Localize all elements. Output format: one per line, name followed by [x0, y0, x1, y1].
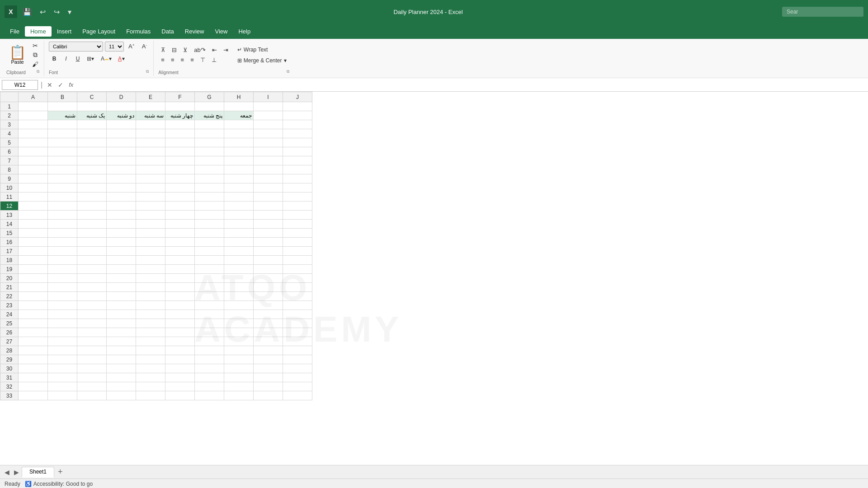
table-cell[interactable]	[254, 265, 283, 274]
table-cell[interactable]: چهار شنبه	[165, 111, 195, 120]
table-cell[interactable]	[283, 355, 312, 364]
table-cell[interactable]	[224, 174, 254, 183]
save-button[interactable]: 💾	[20, 7, 34, 17]
table-cell[interactable]	[48, 256, 77, 265]
table-cell[interactable]	[77, 274, 107, 283]
sheet-container[interactable]: A B C D E F G H I J 12شنبهیک شنبهدو شنبه…	[0, 92, 868, 465]
table-cell[interactable]	[195, 274, 224, 283]
table-cell[interactable]	[165, 373, 195, 382]
table-cell[interactable]	[195, 102, 224, 111]
table-cell[interactable]	[19, 129, 48, 138]
table-cell[interactable]	[107, 283, 136, 292]
align-right-button[interactable]: ≡	[178, 56, 187, 64]
formula-confirm-button[interactable]: ✓	[56, 81, 65, 89]
table-cell[interactable]	[224, 391, 254, 400]
table-cell[interactable]	[165, 165, 195, 174]
table-cell[interactable]: جمعه	[224, 111, 254, 120]
table-cell[interactable]	[254, 364, 283, 373]
table-cell[interactable]	[107, 364, 136, 373]
table-cell[interactable]	[77, 337, 107, 346]
table-cell[interactable]: شنبه	[48, 111, 77, 120]
table-cell[interactable]	[136, 355, 165, 364]
table-cell[interactable]	[48, 265, 77, 274]
table-cell[interactable]	[195, 301, 224, 310]
table-cell[interactable]	[19, 183, 48, 192]
table-cell[interactable]	[19, 382, 48, 391]
table-cell[interactable]	[19, 283, 48, 292]
table-cell[interactable]	[224, 102, 254, 111]
table-cell[interactable]	[254, 111, 283, 120]
align-center-button[interactable]: ≡	[168, 56, 177, 64]
table-cell[interactable]	[195, 328, 224, 337]
table-cell[interactable]	[165, 292, 195, 301]
table-cell[interactable]	[19, 310, 48, 319]
table-cell[interactable]	[165, 391, 195, 400]
decrease-font-button[interactable]: A-	[139, 42, 150, 51]
bold-button[interactable]: B	[49, 55, 60, 63]
table-cell[interactable]	[254, 373, 283, 382]
menu-view[interactable]: View	[209, 26, 233, 37]
table-cell[interactable]	[48, 229, 77, 238]
table-cell[interactable]	[107, 129, 136, 138]
table-cell[interactable]	[165, 301, 195, 310]
table-cell[interactable]: دو شنبه	[107, 111, 136, 120]
table-cell[interactable]	[19, 229, 48, 238]
table-cell[interactable]	[77, 147, 107, 156]
table-cell[interactable]	[283, 301, 312, 310]
table-cell[interactable]	[254, 247, 283, 256]
table-cell[interactable]	[195, 265, 224, 274]
table-cell[interactable]	[195, 283, 224, 292]
table-cell[interactable]	[107, 247, 136, 256]
table-cell[interactable]	[224, 274, 254, 283]
italic-button[interactable]: I	[61, 55, 71, 63]
table-cell[interactable]: پنج شنبه	[195, 111, 224, 120]
table-cell[interactable]	[224, 310, 254, 319]
table-cell[interactable]: سه شنبه	[136, 111, 165, 120]
table-cell[interactable]	[107, 328, 136, 337]
table-cell[interactable]	[195, 165, 224, 174]
menu-page-layout[interactable]: Page Layout	[77, 26, 121, 37]
table-cell[interactable]	[48, 220, 77, 229]
undo-button[interactable]: ↩	[37, 7, 48, 17]
table-cell[interactable]	[283, 247, 312, 256]
table-cell[interactable]	[165, 364, 195, 373]
table-cell[interactable]	[136, 102, 165, 111]
formula-cancel-button[interactable]: ✕	[45, 81, 54, 89]
table-cell[interactable]	[165, 192, 195, 202]
table-cell[interactable]	[195, 310, 224, 319]
table-cell[interactable]	[136, 147, 165, 156]
table-cell[interactable]	[195, 138, 224, 147]
table-cell[interactable]	[19, 265, 48, 274]
table-cell[interactable]	[19, 192, 48, 202]
table-cell[interactable]	[77, 138, 107, 147]
table-cell[interactable]	[48, 247, 77, 256]
table-cell[interactable]	[77, 102, 107, 111]
table-cell[interactable]	[19, 120, 48, 129]
table-cell[interactable]	[283, 346, 312, 355]
table-cell[interactable]	[48, 373, 77, 382]
table-cell[interactable]	[48, 301, 77, 310]
table-cell[interactable]	[254, 138, 283, 147]
table-cell[interactable]	[107, 120, 136, 129]
col-header-g[interactable]: G	[195, 92, 224, 102]
fill-color-button[interactable]: A ▬▾	[99, 55, 114, 63]
format-painter-button[interactable]: 🖌	[30, 60, 40, 68]
table-cell[interactable]	[165, 211, 195, 220]
table-cell[interactable]	[254, 274, 283, 283]
table-cell[interactable]	[107, 391, 136, 400]
table-cell[interactable]	[165, 283, 195, 292]
table-cell[interactable]	[48, 328, 77, 337]
table-cell[interactable]	[19, 391, 48, 400]
table-cell[interactable]	[283, 310, 312, 319]
table-cell[interactable]	[165, 256, 195, 265]
table-cell[interactable]	[224, 183, 254, 192]
table-cell[interactable]	[165, 147, 195, 156]
table-cell[interactable]	[224, 301, 254, 310]
tab-next-button[interactable]: ▶	[12, 468, 21, 477]
table-cell[interactable]	[224, 229, 254, 238]
table-cell[interactable]	[224, 156, 254, 165]
table-cell[interactable]	[136, 138, 165, 147]
table-cell[interactable]	[224, 147, 254, 156]
table-cell[interactable]	[77, 319, 107, 328]
table-cell[interactable]	[48, 382, 77, 391]
